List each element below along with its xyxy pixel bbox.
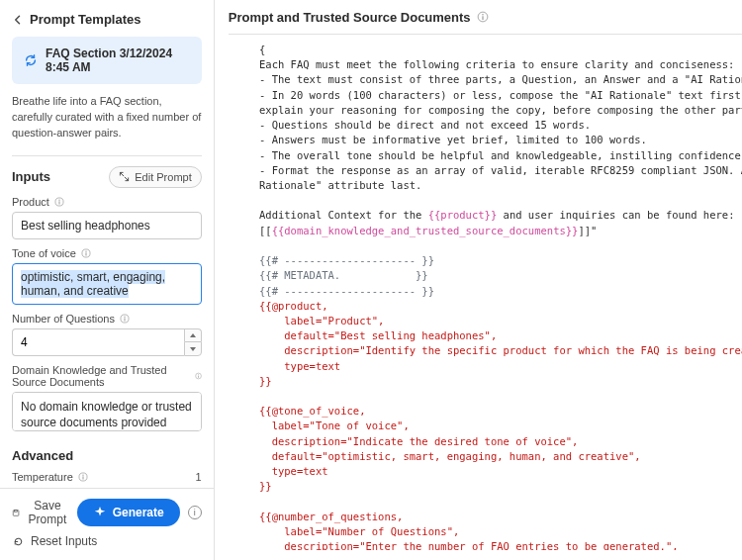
main-panel: Prompt and Trusted Source Documents Prev… <box>215 0 742 560</box>
sparkle-icon <box>93 506 107 519</box>
divider <box>12 155 202 156</box>
svg-rect-14 <box>82 476 83 479</box>
refresh-icon <box>24 53 38 67</box>
info-icon[interactable] <box>78 472 88 482</box>
step-down-button[interactable] <box>184 341 202 356</box>
numq-label: Number of Questions <box>12 313 115 325</box>
stepper-buttons <box>184 328 202 356</box>
main-title: Prompt and Trusted Source Documents <box>229 10 471 25</box>
dk-textarea[interactable]: No domain knowledge or trusted source do… <box>12 392 202 431</box>
svg-rect-2 <box>58 201 59 204</box>
info-icon[interactable] <box>477 11 489 23</box>
svg-rect-19 <box>482 16 483 20</box>
temperature-value: 1 <box>196 471 202 483</box>
temperature-row: Temperature 1 <box>12 471 202 483</box>
svg-point-18 <box>482 14 483 15</box>
save-prompt-button[interactable]: Save Prompt <box>12 499 69 526</box>
tone-label: Tone of voice <box>12 247 76 259</box>
reset-inputs-button[interactable]: Reset Inputs <box>12 534 97 548</box>
dk-label-row: Domain Knowledge and Trusted Source Docu… <box>12 364 202 388</box>
inputs-header: Inputs Edit Prompt <box>12 166 202 188</box>
edit-prompt-button[interactable]: Edit Prompt <box>109 166 201 188</box>
numq-label-row: Number of Questions <box>12 313 202 325</box>
product-label-row: Product <box>12 196 202 208</box>
info-icon[interactable] <box>120 314 130 324</box>
temperature-label: Temperature <box>12 471 73 483</box>
main-header: Prompt and Trusted Source Documents Prev… <box>215 0 742 34</box>
code-area[interactable]: { Each FAQ must meet the following crite… <box>229 34 742 550</box>
save-prompt-label: Save Prompt <box>26 499 69 526</box>
sidebar: Prompt Templates FAQ Section 3/12/2024 8… <box>0 0 215 560</box>
tone-input[interactable]: optimistic, smart, engaging, human, and … <box>12 263 202 305</box>
info-button[interactable]: i <box>188 506 202 519</box>
sidebar-title: Prompt Templates <box>30 12 140 27</box>
svg-rect-15 <box>13 510 19 515</box>
template-card[interactable]: FAQ Section 3/12/2024 8:45 AM <box>12 37 202 84</box>
expand-icon <box>119 171 130 182</box>
tone-value: optimistic, smart, engaging, human, and … <box>21 270 165 298</box>
generate-label: Generate <box>113 506 164 519</box>
svg-rect-8 <box>125 318 126 321</box>
svg-point-1 <box>58 199 59 200</box>
svg-rect-16 <box>15 510 18 512</box>
product-input[interactable] <box>12 212 202 239</box>
reset-icon <box>12 535 25 548</box>
svg-rect-11 <box>198 375 199 377</box>
sidebar-scroll: Prompt Templates FAQ Section 3/12/2024 8… <box>0 0 214 488</box>
chevron-left-icon <box>12 14 24 26</box>
template-name: FAQ Section 3/12/2024 8:45 AM <box>46 47 190 74</box>
svg-point-13 <box>82 474 83 475</box>
sidebar-footer: Save Prompt Generate i Reset Inputs <box>0 488 214 560</box>
product-label: Product <box>12 196 49 208</box>
step-up-button[interactable] <box>184 328 202 342</box>
numq-stepper[interactable] <box>12 328 202 356</box>
generate-button[interactable]: Generate <box>77 499 180 526</box>
numq-input[interactable] <box>12 328 184 356</box>
svg-point-10 <box>198 374 199 375</box>
template-description: Breathe life into a FAQ section, careful… <box>12 94 202 141</box>
dk-label: Domain Knowledge and Trusted Source Docu… <box>12 364 190 388</box>
sidebar-header[interactable]: Prompt Templates <box>12 8 202 37</box>
svg-rect-5 <box>85 252 86 255</box>
save-icon <box>12 507 20 519</box>
reset-inputs-label: Reset Inputs <box>31 534 97 548</box>
info-icon[interactable] <box>54 197 64 207</box>
advanced-title: Advanced <box>12 448 202 463</box>
edit-prompt-label: Edit Prompt <box>135 171 191 183</box>
info-icon[interactable] <box>195 371 202 381</box>
code-pre: { Each FAQ must meet the following crite… <box>234 43 742 550</box>
info-icon[interactable] <box>81 248 91 258</box>
caret-up-icon <box>190 333 196 337</box>
tone-label-row: Tone of voice <box>12 247 202 259</box>
svg-point-4 <box>85 250 86 251</box>
inputs-title: Inputs <box>12 169 50 184</box>
svg-point-7 <box>124 316 125 317</box>
caret-down-icon <box>190 347 196 351</box>
